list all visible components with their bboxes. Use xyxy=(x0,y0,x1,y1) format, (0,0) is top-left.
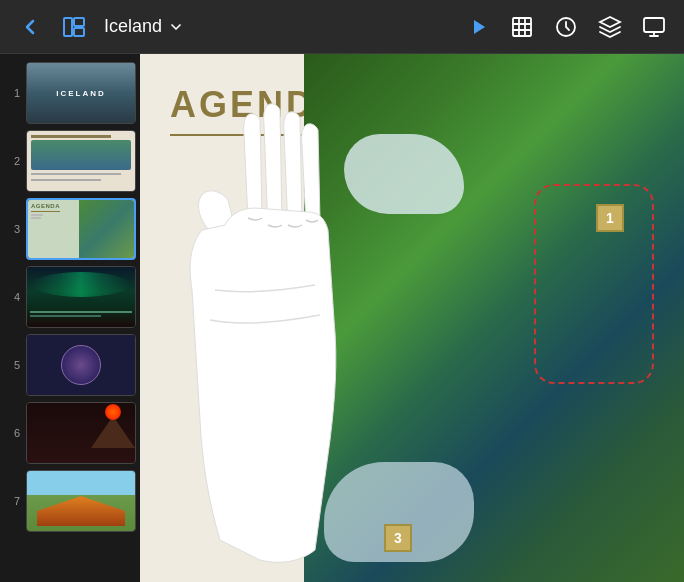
map-area: 1 3 xyxy=(304,54,684,582)
svg-rect-1 xyxy=(74,18,84,26)
slide-number-1: 1 xyxy=(6,87,20,99)
slide-item-1[interactable]: 1 ICELAND xyxy=(6,62,134,124)
presentation-title: Iceland xyxy=(104,16,162,37)
slide-item-4[interactable]: 4 xyxy=(6,266,134,328)
slide-item-7[interactable]: 7 xyxy=(6,470,134,532)
slide-thumb-5[interactable] xyxy=(26,334,136,396)
stack-button[interactable] xyxy=(592,9,628,45)
main-content: AGENDA 1 3 xyxy=(140,54,684,582)
screen-button[interactable] xyxy=(636,9,672,45)
svg-rect-2 xyxy=(74,28,84,36)
clock-button[interactable] xyxy=(548,9,584,45)
svg-rect-3 xyxy=(513,18,531,36)
play-button[interactable] xyxy=(460,9,496,45)
slide-number-4: 4 xyxy=(6,291,20,303)
map-number-3: 3 xyxy=(384,524,412,552)
slide-item-2[interactable]: 2 xyxy=(6,130,134,192)
slide-thumb-1[interactable]: ICELAND xyxy=(26,62,136,124)
map-ice-cap-1 xyxy=(344,134,464,214)
slide-thumb-4[interactable] xyxy=(26,266,136,328)
svg-rect-9 xyxy=(644,18,664,32)
chevron-down-icon[interactable] xyxy=(168,19,184,35)
map-number-1: 1 xyxy=(596,204,624,232)
table-button[interactable] xyxy=(504,9,540,45)
slide-1-title-text: ICELAND xyxy=(56,89,106,98)
slides-view-button[interactable] xyxy=(56,9,92,45)
svg-rect-0 xyxy=(64,18,72,36)
slide-thumb-6[interactable] xyxy=(26,402,136,464)
slide-number-7: 7 xyxy=(6,495,20,507)
slide-panel: 1 ICELAND 2 3 AGENDA xyxy=(0,54,140,582)
slide-content: AGENDA 1 3 xyxy=(140,54,684,582)
toolbar: Iceland xyxy=(0,0,684,54)
slide-item-3[interactable]: 3 AGENDA xyxy=(6,198,134,260)
slide-item-5[interactable]: 5 xyxy=(6,334,134,396)
map-dashed-path xyxy=(534,184,654,384)
title-area: Iceland xyxy=(104,16,184,37)
back-button[interactable] xyxy=(12,9,48,45)
slide-item-6[interactable]: 6 xyxy=(6,402,134,464)
toolbar-right xyxy=(460,9,672,45)
slide-number-6: 6 xyxy=(6,427,20,439)
slide-thumb-2[interactable] xyxy=(26,130,136,192)
slide-thumb-7[interactable] xyxy=(26,470,136,532)
slide-number-3: 3 xyxy=(6,223,20,235)
slide-number-5: 5 xyxy=(6,359,20,371)
slide-thumb-3[interactable]: AGENDA xyxy=(26,198,136,260)
slide-number-2: 2 xyxy=(6,155,20,167)
